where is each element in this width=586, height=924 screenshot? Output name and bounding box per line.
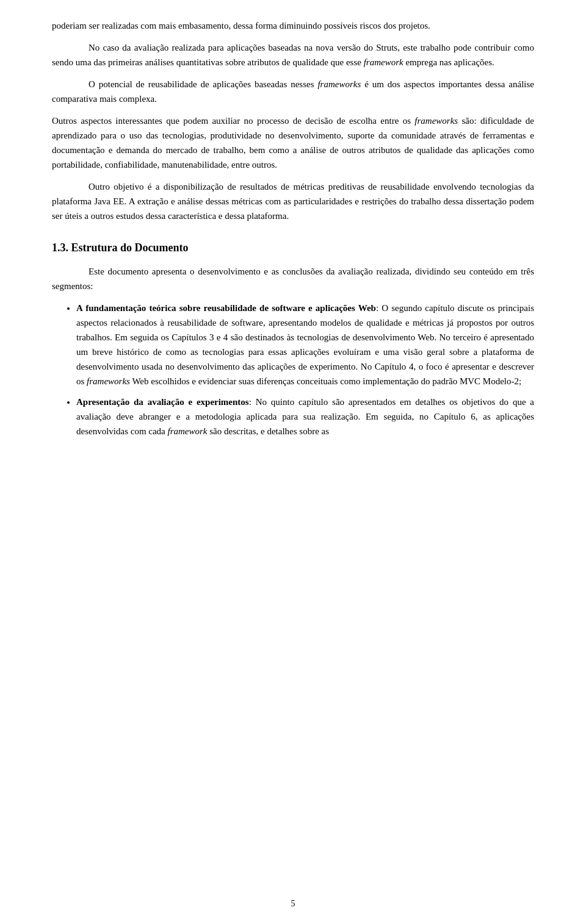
p2-text: No caso da avaliação realizada para apli…: [52, 40, 534, 70]
bullet-list: A fundamentação teórica sobre reusabilid…: [52, 301, 534, 439]
p1-text: poderiam ser realizadas com mais embasam…: [52, 18, 534, 33]
page-container: poderiam ser realizadas com mais embasam…: [0, 0, 586, 924]
section-number: 1.3.: [52, 242, 68, 254]
section-intro-text: Este documento apresenta o desenvolvimen…: [52, 264, 534, 293]
list-item-2: Apresentação da avaliação e experimentos…: [76, 395, 534, 439]
bullet-1-rest: : O segundo capítulo discute os principa…: [76, 303, 534, 386]
paragraph-4: Outros aspectos interessantes que podem …: [52, 113, 534, 172]
bullet-1-bold: A fundamentação teórica sobre reusabilid…: [76, 303, 376, 313]
section-1-3-heading: 1.3. Estrutura do Documento: [52, 240, 534, 256]
paragraph-1: poderiam ser realizadas com mais embasam…: [52, 18, 534, 33]
page-number: 5: [291, 899, 295, 909]
paragraph-2: No caso da avaliação realizada para apli…: [52, 40, 534, 70]
list-item-1: A fundamentação teórica sobre reusabilid…: [76, 301, 534, 389]
paragraph-3: O potencial de reusabilidade de aplicaçõ…: [52, 77, 534, 106]
p4-text: Outros aspectos interessantes que podem …: [52, 113, 534, 172]
p3-text: O potencial de reusabilidade de aplicaçõ…: [52, 77, 534, 106]
section-title: Estrutura do Documento: [71, 242, 189, 254]
section-intro: Este documento apresenta o desenvolvimen…: [52, 264, 534, 293]
p5-text: Outro objetivo é a disponibilização de r…: [52, 179, 534, 223]
bullet-2-bold: Apresentação da avaliação e experimentos: [76, 397, 249, 407]
paragraph-5: Outro objetivo é a disponibilização de r…: [52, 179, 534, 223]
